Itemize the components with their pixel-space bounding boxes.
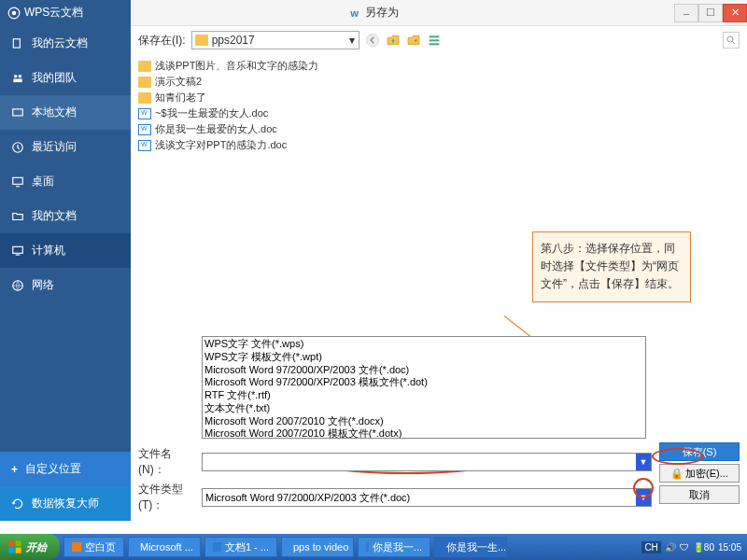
- chevron-down-icon: ▾: [345, 34, 359, 47]
- taskbar-task[interactable]: 你是我一生...: [434, 537, 507, 557]
- cancel-button[interactable]: 取消: [659, 485, 740, 504]
- svg-text:W: W: [350, 8, 359, 18]
- encrypt-label: 加密(E)...: [685, 467, 728, 481]
- brand-icon: [7, 7, 21, 20]
- svg-rect-7: [13, 108, 23, 115]
- task-label: Microsoft ...: [140, 541, 193, 553]
- plus-icon: +: [11, 463, 18, 476]
- task-label: 空白页: [85, 540, 116, 554]
- encrypt-button[interactable]: 🔒加密(E)...: [659, 464, 740, 483]
- taskbar-task[interactable]: 空白页: [63, 537, 124, 557]
- filetype-option[interactable]: Microsoft Word 97/2000/XP/2003 文件(*.doc): [204, 364, 643, 377]
- system-tray[interactable]: CH 🔊 🛡 🔋80 15:05: [636, 541, 747, 553]
- sidebar-label: 我的文档: [32, 208, 77, 224]
- filename-label: 文件名(N)：: [138, 446, 196, 478]
- title-bar: WPS云文档 W 另存为 – ☐ ✕: [0, 0, 747, 26]
- folder-icon: [138, 61, 151, 72]
- svg-point-5: [19, 74, 21, 77]
- taskbar: 开始 空白页Microsoft ...文档1 - ...pps to video…: [0, 534, 747, 560]
- content-area: 保存在(I): pps2017 ▾ * 浅谈PPT图片、音乐和文字的感染力演示文…: [131, 26, 747, 521]
- save-panel: WPS文字 文件(*.wps)WPS文字 模板文件(*.wpt)Microsof…: [131, 332, 747, 521]
- svg-rect-15: [429, 35, 439, 37]
- sidebar-item-cloud-docs[interactable]: 我的云文档: [0, 26, 131, 61]
- new-folder-button[interactable]: *: [406, 33, 421, 48]
- save-in-label: 保存在(I):: [138, 33, 186, 49]
- up-folder-button[interactable]: [386, 33, 401, 48]
- save-button[interactable]: 保存(S): [659, 442, 740, 461]
- sidebar-label: 我的团队: [32, 70, 77, 86]
- close-button[interactable]: ✕: [723, 4, 747, 22]
- sidebar-item-computer[interactable]: 计算机: [0, 233, 131, 268]
- folder-path-dropdown[interactable]: pps2017 ▾: [191, 31, 359, 49]
- tray-icon[interactable]: 🛡: [680, 542, 689, 553]
- taskbar-task[interactable]: 文档1 - ...: [204, 537, 277, 557]
- filetype-option[interactable]: 文本文件(*.txt): [204, 402, 643, 415]
- back-button[interactable]: [365, 33, 380, 48]
- sidebar-label: 网络: [32, 277, 54, 293]
- sidebar-item-mydocs[interactable]: 我的文档: [0, 199, 131, 233]
- start-label: 开始: [26, 540, 47, 554]
- taskbar-task[interactable]: 你是我一...: [358, 537, 430, 557]
- taskbar-task[interactable]: pps to video: [281, 537, 354, 557]
- sidebar-item-local[interactable]: 本地文档: [0, 95, 131, 130]
- data-recovery-button[interactable]: 数据恢复大师: [0, 486, 131, 521]
- file-item[interactable]: 浅谈PPT图片、音乐和文字的感染力: [138, 58, 740, 74]
- taskbar-task[interactable]: Microsoft ...: [128, 537, 201, 557]
- file-type-listbox[interactable]: WPS文字 文件(*.wps)WPS文字 模板文件(*.wpt)Microsof…: [202, 336, 646, 439]
- filetype-option[interactable]: WPS文字 模板文件(*.wpt): [204, 351, 643, 364]
- file-name: 浅谈PPT图片、音乐和文字的感染力: [155, 59, 318, 73]
- chevron-down-icon[interactable]: ▼: [636, 489, 651, 506]
- sidebar-item-recent[interactable]: 最近访问: [0, 130, 131, 164]
- svg-rect-6: [13, 78, 21, 82]
- windows-logo-icon: [7, 539, 22, 554]
- filetype-option[interactable]: Microsoft Word 97/2000/XP/2003 模板文件(*.do…: [204, 376, 643, 389]
- svg-point-1: [12, 10, 17, 15]
- sidebar-label: 桌面: [32, 174, 54, 189]
- file-name: ~$我一生最爱的女人.doc: [155, 106, 268, 120]
- sidebar: 我的云文档 我的团队 本地文档 最近访问 桌面 我的文档 计算机 网络: [0, 26, 131, 521]
- computer-icon: [11, 245, 24, 258]
- wps-w-icon: W: [348, 7, 361, 20]
- file-item[interactable]: ~$我一生最爱的女人.doc: [138, 105, 740, 121]
- ime-indicator[interactable]: CH: [641, 541, 660, 553]
- minimize-button[interactable]: –: [674, 4, 698, 22]
- file-item[interactable]: 浅谈文字对PPT的感染力.doc: [138, 137, 740, 153]
- svg-rect-9: [13, 177, 23, 184]
- svg-rect-17: [429, 43, 439, 45]
- callout-text: 第八步：选择保存位置，同时选择【文件类型】为“网页文件”，点击【保存】结束。: [541, 242, 679, 290]
- local-icon: [11, 106, 24, 119]
- file-item[interactable]: 你是我一生最爱的女人.doc: [138, 121, 740, 137]
- maximize-button[interactable]: ☐: [698, 4, 723, 22]
- battery-indicator[interactable]: 🔋80: [693, 542, 714, 553]
- file-item[interactable]: 演示文稿2: [138, 74, 740, 90]
- search-button[interactable]: [723, 32, 740, 49]
- task-icon: [366, 542, 369, 552]
- start-button[interactable]: 开始: [0, 534, 60, 560]
- filetype-option[interactable]: RTF 文件(*.rtf): [204, 389, 643, 402]
- cloud-doc-icon: [11, 37, 24, 50]
- tray-icon[interactable]: 🔊: [665, 542, 676, 553]
- filetype-option[interactable]: Microsoft Word 2007/2010 模板文件(*.dotx): [204, 427, 643, 439]
- file-item[interactable]: 知青们老了: [138, 90, 740, 105]
- sidebar-btn-label: 数据恢复大师: [32, 496, 99, 511]
- svg-rect-11: [16, 254, 21, 255]
- custom-location-button[interactable]: + 自定义位置: [0, 452, 131, 486]
- svg-rect-16: [429, 39, 439, 41]
- chevron-down-icon[interactable]: ▼: [636, 454, 651, 470]
- task-label: 你是我一生...: [446, 540, 506, 554]
- folder-icon: [195, 35, 208, 46]
- task-icon: [213, 542, 221, 552]
- sidebar-item-network[interactable]: 网络: [0, 268, 131, 302]
- filename-input[interactable]: ▼: [202, 453, 652, 471]
- network-icon: [11, 279, 24, 292]
- filetype-dropdown[interactable]: Microsoft Word 97/2000/XP/2003 文件(*.doc)…: [202, 488, 652, 507]
- sidebar-item-team[interactable]: 我的团队: [0, 61, 131, 95]
- svg-rect-21: [8, 548, 14, 553]
- refresh-icon: [11, 497, 24, 511]
- svg-rect-22: [16, 548, 21, 553]
- sidebar-item-desktop[interactable]: 桌面: [0, 164, 131, 199]
- filetype-option[interactable]: Microsoft Word 2007/2010 文件(*.docx): [204, 415, 643, 428]
- filetype-option[interactable]: WPS文字 文件(*.wps): [204, 338, 643, 351]
- clock[interactable]: 15:05: [718, 542, 741, 553]
- view-menu-button[interactable]: [427, 33, 442, 48]
